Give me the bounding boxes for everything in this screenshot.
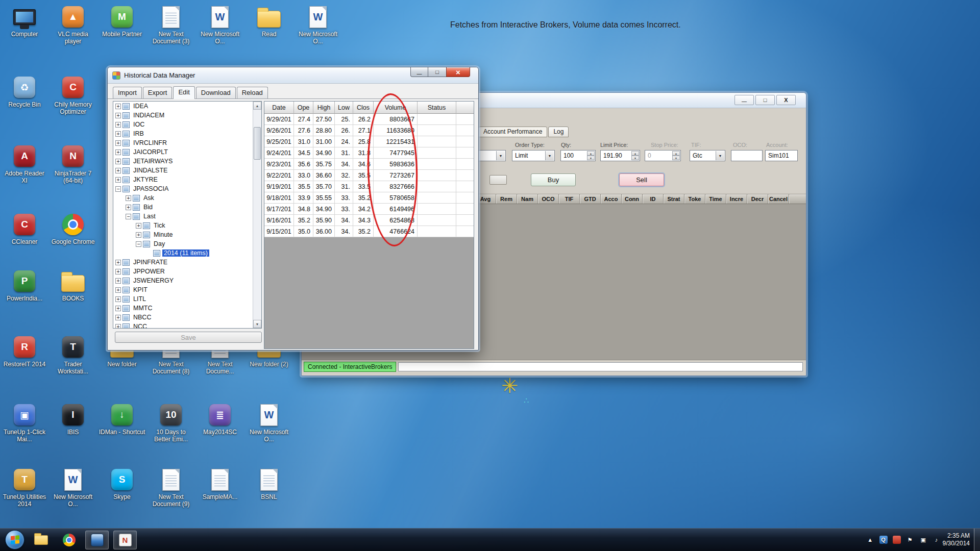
scroll-up-icon[interactable]: ▲ bbox=[253, 102, 261, 110]
tree-item[interactable]: + KPIT bbox=[113, 285, 261, 294]
desktop-icon[interactable]: W New Microsoft O... bbox=[246, 403, 292, 443]
table-row[interactable]: 9/22/201 33.0 36.60 32. 35.5 7273267 bbox=[264, 170, 474, 181]
tree-scrollbar[interactable]: ▲ ▼ bbox=[253, 102, 261, 328]
column-header-close[interactable]: Clos bbox=[353, 102, 374, 114]
expand-toggle-icon[interactable]: + bbox=[115, 177, 121, 183]
table-row[interactable]: 9/18/201 33.9 35.55 33. 35.2 5780658 bbox=[264, 192, 474, 204]
desktop-icon[interactable]: Read bbox=[246, 5, 292, 38]
order-type-dropdown[interactable]: Limit bbox=[512, 150, 555, 161]
grid-column-header[interactable]: Toke bbox=[684, 194, 705, 204]
tree-item[interactable]: + IOC bbox=[113, 120, 261, 129]
column-header-date[interactable]: Date bbox=[264, 102, 294, 114]
grid-column-header[interactable]: ID bbox=[643, 194, 664, 204]
oco-field[interactable] bbox=[731, 150, 763, 161]
column-header-low[interactable]: Low bbox=[335, 102, 353, 114]
close-icon[interactable] bbox=[446, 67, 470, 77]
scrollbar-thumb[interactable] bbox=[254, 127, 261, 160]
close-icon[interactable] bbox=[776, 95, 796, 105]
start-button[interactable] bbox=[5, 530, 24, 549]
dropdown-arrow-icon[interactable] bbox=[716, 151, 724, 160]
desktop-icon[interactable]: Google Chrome bbox=[50, 213, 96, 245]
tree-item[interactable]: + JINDALSTE bbox=[113, 166, 261, 175]
expand-toggle-icon[interactable]: + bbox=[115, 306, 121, 311]
column-header-status[interactable]: Status bbox=[418, 102, 456, 114]
tree-item[interactable]: + Bid bbox=[113, 203, 261, 212]
desktop-icon[interactable]: ↓ IDMan - Shortcut bbox=[99, 403, 145, 436]
tray-icon[interactable]: ▣ bbox=[919, 536, 927, 544]
table-row[interactable]: 9/19/201 35.5 35.70 31. 33.5 8327666 bbox=[264, 181, 474, 192]
explorer-taskbar-icon[interactable] bbox=[29, 531, 53, 549]
table-row[interactable]: 9/15/201 35.0 36.00 34. 35.2 4766624 bbox=[264, 226, 474, 237]
tree-item[interactable]: + Tick bbox=[113, 221, 261, 230]
desktop-icon[interactable]: P PowerIndia... bbox=[1, 269, 48, 302]
grid-column-header[interactable]: Cancel bbox=[768, 194, 789, 204]
tree-item[interactable]: + JPPOWER bbox=[113, 267, 261, 276]
expand-toggle-icon[interactable]: − bbox=[115, 186, 121, 192]
trading-tab[interactable]: Account Performance bbox=[478, 127, 547, 137]
table-row[interactable]: 9/24/201 34.5 34.90 31. 31.8 7477945 bbox=[264, 147, 474, 159]
desktop-icon[interactable]: BOOKS bbox=[50, 269, 96, 302]
expand-toggle-icon[interactable]: + bbox=[115, 278, 121, 284]
table-row[interactable]: 9/25/201 31.0 31.00 24. 25.8 12215431 bbox=[264, 136, 474, 147]
desktop-icon[interactable]: S Skype bbox=[99, 468, 145, 500]
tree-item[interactable]: − JPASSOCIA bbox=[113, 184, 261, 193]
desktop-icon[interactable]: C CCleaner bbox=[1, 213, 48, 245]
expand-toggle-icon[interactable]: + bbox=[126, 195, 131, 201]
expand-toggle-icon[interactable]: + bbox=[115, 149, 121, 155]
desktop-icon[interactable]: I IBIS bbox=[50, 403, 96, 436]
hdm-tab[interactable]: Download bbox=[196, 87, 236, 98]
grid-column-header[interactable]: Conn bbox=[622, 194, 643, 204]
tree-item[interactable]: 2014 (11 items) bbox=[113, 248, 261, 258]
expand-toggle-icon[interactable]: − bbox=[126, 214, 131, 219]
desktop-icon[interactable]: W New Microsoft O... bbox=[50, 468, 96, 508]
chrome-taskbar-icon[interactable] bbox=[57, 531, 81, 549]
tree-item[interactable]: + JKTYRE bbox=[113, 175, 261, 184]
small-utility-button[interactable] bbox=[489, 175, 507, 185]
desktop-icon[interactable]: M Mobile Partner bbox=[99, 5, 145, 38]
desktop-icon[interactable]: A Adobe Reader XI bbox=[1, 144, 48, 184]
grid-column-header[interactable]: GTD bbox=[580, 194, 601, 204]
desktop-icon[interactable]: ♻ Recycle Bin bbox=[1, 76, 48, 108]
trading-tab[interactable]: Log bbox=[548, 127, 569, 137]
desktop-icon[interactable]: New Text Document (3) bbox=[148, 5, 194, 45]
tree-item[interactable]: + IVRCLINFR bbox=[113, 138, 261, 147]
desktop-icon[interactable]: T Trader Workstati... bbox=[50, 335, 96, 375]
qty-stepper[interactable]: 100 bbox=[560, 150, 596, 161]
table-row[interactable]: 9/16/201 35.2 35.90 34. 34.3 6254868 bbox=[264, 215, 474, 226]
expand-toggle-icon[interactable]: + bbox=[115, 315, 121, 320]
desktop-icon[interactable]: ▣ TuneUp 1-Click Mai... bbox=[1, 403, 48, 443]
scroll-down-icon[interactable]: ▼ bbox=[253, 320, 261, 328]
buy-button[interactable]: Buy bbox=[531, 173, 576, 186]
hdm-titlebar[interactable]: Historical Data Manager bbox=[108, 67, 478, 84]
save-button[interactable]: Save bbox=[115, 332, 262, 343]
hdm-tab[interactable]: Reload bbox=[237, 87, 268, 98]
expand-toggle-icon[interactable]: + bbox=[115, 287, 121, 293]
tray-icon[interactable]: ▲ bbox=[866, 536, 874, 544]
desktop-icon[interactable]: R RestoreIT 2014 bbox=[1, 335, 48, 368]
tree-item[interactable]: + JAICORPLT bbox=[113, 147, 261, 157]
tray-icon[interactable] bbox=[893, 536, 901, 544]
grid-column-header[interactable]: Time bbox=[705, 194, 726, 204]
grid-column-header[interactable]: TIF bbox=[559, 194, 580, 204]
expand-toggle-icon[interactable]: + bbox=[115, 324, 121, 329]
stop-price-stepper[interactable]: 0 bbox=[645, 150, 681, 161]
expand-toggle-icon[interactable]: + bbox=[136, 232, 141, 238]
account-field[interactable]: Sim101 bbox=[765, 150, 798, 161]
expand-toggle-icon[interactable]: + bbox=[115, 122, 121, 128]
expand-toggle-icon[interactable]: + bbox=[126, 205, 131, 210]
dropdown-arrow-icon[interactable] bbox=[496, 151, 505, 160]
desktop-icon[interactable]: C Chily Memory Optimizer bbox=[50, 76, 96, 115]
hdm-tab[interactable]: Export bbox=[143, 87, 173, 98]
expand-toggle-icon[interactable]: + bbox=[115, 159, 121, 164]
expand-toggle-icon[interactable]: + bbox=[115, 296, 121, 302]
minimize-icon[interactable] bbox=[410, 67, 428, 77]
table-row[interactable]: 9/17/201 34.8 34.90 33. 34.2 6149496 bbox=[264, 204, 474, 215]
expand-toggle-icon[interactable]: − bbox=[136, 241, 141, 247]
desktop-icon[interactable]: SampleMA... bbox=[197, 468, 243, 500]
tree-item[interactable]: + JETAIRWAYS bbox=[113, 157, 261, 166]
expand-toggle-icon[interactable]: + bbox=[115, 113, 121, 118]
show-desktop-button[interactable] bbox=[974, 529, 980, 551]
expand-toggle-icon[interactable]: + bbox=[115, 131, 121, 137]
tree-item[interactable]: − Day bbox=[113, 239, 261, 248]
app-taskbar-icon[interactable] bbox=[85, 531, 109, 549]
